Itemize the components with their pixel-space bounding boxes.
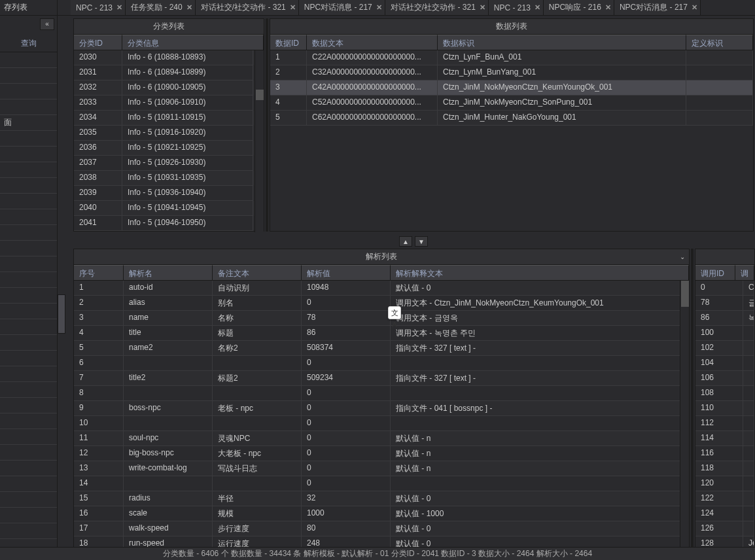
table-row[interactable]: 3C42A0000000000000000000...Ctzn_JinM_Nok… bbox=[270, 80, 753, 96]
close-icon[interactable]: ✕ bbox=[376, 3, 382, 12]
table-row[interactable]: 60 bbox=[74, 356, 689, 371]
left-row[interactable] bbox=[0, 351, 57, 366]
tab[interactable]: NPC - 213✕ bbox=[489, 0, 544, 15]
col-data-def[interactable]: 定义标识 bbox=[686, 35, 753, 50]
table-row[interactable]: 2034Info - 5 (10911-10915) bbox=[74, 111, 264, 126]
left-row[interactable] bbox=[0, 84, 57, 99]
table-row[interactable]: 4C52A0000000000000000000...Ctzn_JinM_Nok… bbox=[270, 96, 753, 111]
col-parse-name[interactable]: 解析名 bbox=[124, 265, 213, 281]
table-row[interactable]: 0C bbox=[695, 281, 754, 296]
table-row[interactable]: 126 bbox=[695, 521, 754, 536]
table-row[interactable]: 7title2标题2509234指向文件 - 327 [ text ] - bbox=[74, 371, 689, 386]
table-row[interactable]: 2038Info - 5 (10931-10935) bbox=[74, 171, 264, 186]
tab[interactable]: NPC响应 - 216✕ bbox=[544, 0, 614, 15]
table-row[interactable]: 2039Info - 5 (10936-10940) bbox=[74, 186, 264, 201]
tab[interactable]: 对话社交/社交动作 - 321✕ bbox=[196, 0, 299, 15]
table-row[interactable]: 12big-boss-npc大老板 - npc0默认值 - n bbox=[74, 446, 689, 461]
tab[interactable]: 任务奖励 - 240✕ bbox=[126, 0, 196, 15]
col-parse-idx[interactable]: 序号 bbox=[74, 265, 124, 281]
left-row[interactable] bbox=[0, 523, 57, 539]
left-row[interactable] bbox=[0, 241, 57, 256]
left-drag-handle[interactable] bbox=[58, 294, 65, 334]
scroll-thumb[interactable] bbox=[256, 90, 264, 100]
table-row[interactable]: 110 bbox=[695, 401, 754, 416]
left-search-row[interactable]: 查询 bbox=[0, 35, 57, 52]
left-row[interactable] bbox=[0, 508, 57, 523]
col-data-id[interactable]: 数据ID bbox=[270, 35, 307, 50]
left-row[interactable] bbox=[0, 335, 57, 351]
table-row[interactable]: 114 bbox=[695, 431, 754, 446]
table-row[interactable]: 86녹 bbox=[695, 311, 754, 326]
translate-icon[interactable]: 文A bbox=[388, 306, 401, 319]
vertical-splitter-2[interactable] bbox=[691, 249, 694, 548]
left-row[interactable] bbox=[0, 288, 57, 304]
col-class-id[interactable]: 分类ID bbox=[74, 35, 122, 50]
left-row[interactable] bbox=[0, 429, 57, 445]
table-row[interactable]: 9boss-npc老板 - npc0指向文件 - 041 [ bossnpc ]… bbox=[74, 401, 689, 416]
left-row[interactable] bbox=[0, 194, 57, 209]
table-row[interactable]: 118 bbox=[695, 461, 754, 476]
col-call-2[interactable]: 调 bbox=[735, 265, 754, 281]
left-row[interactable] bbox=[0, 382, 57, 398]
table-row[interactable]: 100 bbox=[74, 416, 689, 431]
left-row[interactable] bbox=[0, 68, 57, 84]
table-row[interactable]: 2037Info - 5 (10926-10930) bbox=[74, 156, 264, 171]
table-row[interactable]: 124 bbox=[695, 506, 754, 521]
table-row[interactable]: 15radius半径32默认值 - 0 bbox=[74, 491, 689, 506]
col-parse-expl[interactable]: 解析解释文本 bbox=[391, 265, 689, 281]
left-row[interactable] bbox=[0, 319, 57, 335]
left-row[interactable] bbox=[0, 272, 57, 288]
tab[interactable]: NPC - 213✕ bbox=[71, 0, 126, 15]
scrollbar[interactable] bbox=[255, 50, 264, 232]
scrollbar[interactable] bbox=[680, 281, 689, 549]
table-row[interactable]: 104 bbox=[695, 356, 754, 371]
left-row[interactable] bbox=[0, 225, 57, 241]
col-data-text[interactable]: 数据文本 bbox=[307, 35, 438, 50]
table-row[interactable]: 13write-combat-log写战斗日志0默认值 - n bbox=[74, 461, 689, 476]
left-row[interactable]: 面 bbox=[0, 115, 57, 131]
table-row[interactable]: 17walk-speed步行速度80默认值 - 0 bbox=[74, 521, 689, 536]
col-parse-note[interactable]: 备注文本 bbox=[213, 265, 302, 281]
table-row[interactable]: 116 bbox=[695, 446, 754, 461]
close-icon[interactable]: ✕ bbox=[290, 3, 296, 12]
table-row[interactable]: 11soul-npc灵魂NPC0默认值 - n bbox=[74, 431, 689, 446]
left-row[interactable] bbox=[0, 52, 57, 68]
col-parse-val[interactable]: 解析值 bbox=[302, 265, 391, 281]
table-row[interactable]: 2036Info - 5 (10921-10925) bbox=[74, 141, 264, 156]
table-row[interactable]: 106 bbox=[695, 371, 754, 386]
table-row[interactable]: 112 bbox=[695, 416, 754, 431]
table-row[interactable]: 4title标题86调用文本 - 녹명촌 주민 bbox=[74, 326, 689, 341]
left-row[interactable] bbox=[0, 413, 57, 429]
table-row[interactable]: 140 bbox=[74, 476, 689, 491]
left-row[interactable] bbox=[0, 476, 57, 492]
left-row[interactable] bbox=[0, 178, 57, 194]
table-row[interactable]: 80 bbox=[74, 386, 689, 401]
table-row[interactable]: 120 bbox=[695, 476, 754, 491]
table-row[interactable]: 5C62A0000000000000000000...Ctzn_JinM_Hun… bbox=[270, 111, 753, 126]
left-row[interactable] bbox=[0, 366, 57, 382]
left-row[interactable] bbox=[0, 398, 57, 413]
left-row[interactable] bbox=[0, 131, 57, 147]
tab[interactable]: 对话社交/社交动作 - 321✕ bbox=[385, 0, 489, 15]
collapse-left-icon[interactable]: « bbox=[40, 18, 54, 30]
left-row[interactable] bbox=[0, 147, 57, 162]
left-row[interactable] bbox=[0, 99, 57, 115]
tab[interactable]: NPC对话消息 - 217✕ bbox=[299, 0, 385, 15]
left-row[interactable] bbox=[0, 209, 57, 225]
table-row[interactable]: 2031Info - 6 (10894-10899) bbox=[74, 65, 264, 80]
tab[interactable]: NPC对话消息 - 217✕ bbox=[614, 0, 701, 15]
table-row[interactable]: 5name2名称2508374指向文件 - 327 [ text ] - bbox=[74, 341, 689, 356]
table-row[interactable]: 1C22A0000000000000000000...Ctzn_LynF_Bun… bbox=[270, 50, 753, 65]
table-row[interactable]: 102 bbox=[695, 341, 754, 356]
table-row[interactable]: 16scale规模1000默认值 - 1000 bbox=[74, 506, 689, 521]
table-row[interactable]: 2040Info - 5 (10941-10945) bbox=[74, 201, 264, 216]
close-icon[interactable]: ✕ bbox=[605, 3, 611, 12]
table-row[interactable]: 2032Info - 6 (10900-10905) bbox=[74, 80, 264, 96]
collapse-down-icon[interactable]: ▼ bbox=[415, 236, 428, 247]
left-row[interactable] bbox=[0, 162, 57, 178]
table-row[interactable]: 2C32A0000000000000000000...Ctzn_LynM_Bun… bbox=[270, 65, 753, 80]
table-row[interactable]: 100 bbox=[695, 326, 754, 341]
close-icon[interactable]: ✕ bbox=[535, 3, 540, 12]
close-icon[interactable]: ✕ bbox=[480, 3, 485, 12]
close-icon[interactable]: ✕ bbox=[116, 3, 122, 12]
